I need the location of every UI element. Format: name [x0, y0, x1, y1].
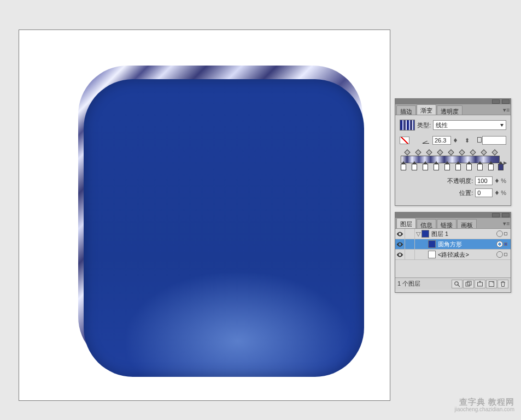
gradient-ramp[interactable]: ▸: [399, 150, 507, 173]
location-step-down[interactable]: [495, 193, 499, 195]
artboard: [19, 29, 390, 401]
panel-menu-icon[interactable]: ▾≡: [503, 105, 508, 115]
tab-stroke[interactable]: 描边: [396, 105, 416, 115]
visibility-toggle[interactable]: [395, 250, 405, 260]
aspect-ratio-input[interactable]: [482, 136, 506, 145]
selection-indicator[interactable]: [504, 232, 507, 235]
target-indicator[interactable]: [496, 241, 503, 247]
layer-row[interactable]: ▽ 图层 1: [395, 229, 511, 239]
color-stop[interactable]: [488, 164, 494, 170]
watermark: 查字典 教程网 jiaocheng.chazidian.com: [443, 398, 514, 415]
panel-menu-icon[interactable]: ▾≡: [503, 219, 508, 228]
panel-titlebar: [395, 99, 511, 104]
gradient-panel-tabs: 描边 渐变 透明度 ▾≡: [395, 104, 511, 115]
eye-icon: [396, 252, 403, 257]
visibility-toggle[interactable]: [395, 229, 405, 239]
opacity-stop[interactable]: [415, 149, 421, 155]
layers-panel-footer: 1 个图层: [395, 277, 511, 289]
disclosure-triangle[interactable]: ▽: [415, 230, 422, 238]
svg-rect-5: [489, 281, 494, 286]
panel-titlebar: [395, 212, 511, 218]
percent-sign: %: [501, 178, 506, 184]
gradient-panel: 描边 渐变 透明度 ▾≡ 类型: 线性 26.3: [395, 98, 511, 206]
tab-gradient[interactable]: 渐变: [417, 104, 436, 115]
lock-column[interactable]: [405, 250, 415, 260]
locate-object-button[interactable]: [452, 280, 463, 288]
watermark-url: jiaocheng.chazidian.com: [443, 406, 514, 413]
gradient-preview-swatch[interactable]: [400, 120, 415, 131]
tab-info[interactable]: 信息: [417, 219, 436, 228]
color-stop[interactable]: [466, 164, 472, 170]
new-sublayer-button[interactable]: [475, 280, 485, 288]
eye-icon: [396, 242, 403, 247]
angle-value: 26.3: [435, 137, 446, 144]
eye-icon: [396, 232, 403, 236]
layer-row[interactable]: <路径减去>: [395, 250, 511, 260]
color-stop[interactable]: [498, 164, 504, 170]
gradient-type-select[interactable]: 线性: [433, 120, 506, 130]
color-stop[interactable]: [423, 164, 428, 170]
angle-icon: [423, 137, 430, 144]
selection-indicator[interactable]: [504, 253, 507, 256]
close-icon[interactable]: [502, 99, 510, 104]
location-value: 0: [477, 190, 481, 196]
svg-line-1: [458, 285, 460, 286]
angle-step-down[interactable]: [454, 140, 457, 143]
tab-artboards[interactable]: 画板: [457, 219, 477, 228]
layer-count-label: 1 个图层: [397, 280, 420, 288]
close-icon[interactable]: [502, 213, 510, 217]
color-stop[interactable]: [412, 164, 417, 170]
opacity-input[interactable]: 100: [475, 176, 493, 185]
layer-name[interactable]: <路径减去>: [438, 251, 469, 259]
color-stop[interactable]: [477, 164, 483, 170]
layers-panel: 图层 信息 链接 画板 ▾≡ ▽ 图层 1 圆角方形: [395, 212, 511, 293]
opacity-value: 100: [477, 178, 487, 184]
location-input[interactable]: 0: [475, 188, 493, 197]
make-clipping-mask-button[interactable]: [463, 280, 474, 288]
opacity-stop[interactable]: [426, 149, 432, 155]
aspect-ratio-slider[interactable]: [472, 138, 480, 143]
location-label: 位置:: [459, 189, 473, 197]
new-layer-button[interactable]: [486, 280, 497, 288]
layer-row[interactable]: 圆角方形: [395, 239, 511, 250]
reverse-gradient-button[interactable]: [400, 137, 409, 144]
opacity-stop[interactable]: [491, 149, 497, 155]
collapse-icon[interactable]: [492, 99, 500, 104]
layer-name[interactable]: 图层 1: [431, 230, 448, 238]
target-indicator[interactable]: [496, 230, 503, 237]
layers-empty-area[interactable]: [395, 260, 511, 277]
delete-layer-button[interactable]: [497, 280, 508, 288]
percent-sign: %: [501, 190, 506, 196]
opacity-stop[interactable]: [404, 149, 410, 155]
opacity-stop[interactable]: [437, 149, 443, 155]
layers-panel-tabs: 图层 信息 链接 画板 ▾≡: [395, 218, 511, 229]
layer-name[interactable]: 圆角方形: [438, 240, 462, 249]
opacity-step-down[interactable]: [495, 181, 499, 183]
opacity-stop[interactable]: [459, 149, 465, 155]
svg-point-0: [455, 281, 458, 285]
tab-links[interactable]: 链接: [437, 219, 456, 228]
color-stop[interactable]: [455, 164, 461, 170]
add-stop-icon[interactable]: ▸: [504, 158, 507, 167]
opacity-stop[interactable]: [448, 149, 454, 155]
rounded-rect-blue-face: [84, 79, 364, 377]
target-indicator[interactable]: [496, 251, 503, 258]
selection-indicator[interactable]: [504, 242, 507, 246]
tab-layers[interactable]: 图层: [396, 218, 416, 228]
tab-transparency[interactable]: 透明度: [437, 105, 463, 115]
color-stop[interactable]: [444, 164, 450, 170]
opacity-stop[interactable]: [470, 149, 476, 155]
collapse-icon[interactable]: [492, 213, 500, 217]
angle-input[interactable]: 26.3: [432, 136, 451, 145]
lock-column[interactable]: [405, 229, 415, 239]
gradient-type-value: 线性: [436, 121, 448, 129]
layer-thumbnail: [428, 240, 436, 248]
visibility-toggle[interactable]: [395, 239, 405, 250]
color-stop[interactable]: [434, 164, 439, 170]
aspect-ratio-icon: ⬍: [465, 137, 470, 144]
color-stop[interactable]: [401, 164, 406, 170]
opacity-stop[interactable]: [481, 149, 487, 155]
layer-thumbnail: [422, 230, 429, 238]
dropdown-arrow-icon: [500, 124, 504, 127]
lock-column[interactable]: [405, 239, 415, 250]
